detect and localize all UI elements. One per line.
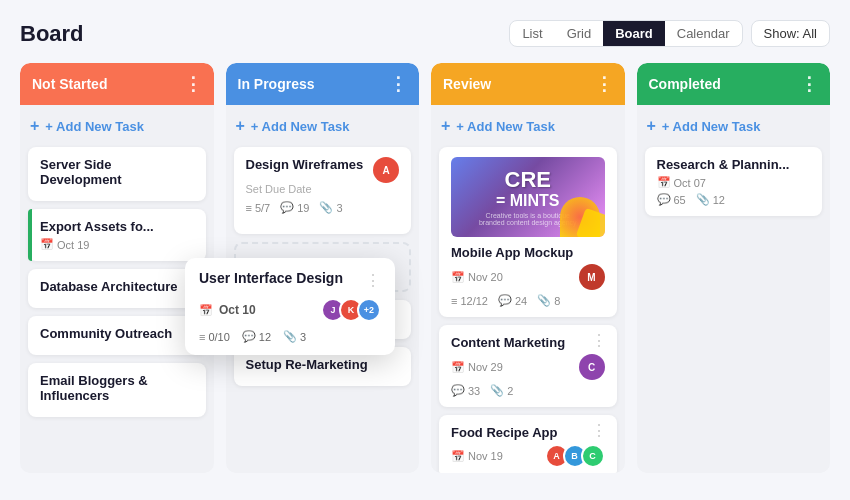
task-title: Food Recipe App	[451, 425, 605, 440]
calendar-icon: 📅	[657, 176, 671, 189]
avatar-more: +2	[357, 298, 381, 322]
add-task-completed[interactable]: + + Add New Task	[645, 113, 823, 139]
avatar: C	[581, 444, 605, 468]
image-title-line1: Cre	[479, 168, 577, 192]
column-body-review: + + Add New Task Cre = Mints Creative to…	[431, 105, 625, 473]
task-date: 📅 Nov 29	[451, 361, 503, 374]
task-title: Community Outreach	[40, 326, 194, 341]
plus-icon: +	[30, 117, 39, 135]
add-task-review[interactable]: + + Add New Task	[439, 113, 617, 139]
column-completed: Completed ⋮ + + Add New Task Research & …	[637, 63, 831, 473]
floating-tasks: ≡ 0/10	[199, 331, 230, 343]
avatar: M	[579, 264, 605, 290]
column-title-not-started: Not Started	[32, 76, 107, 92]
column-menu-completed[interactable]: ⋮	[800, 73, 818, 95]
attachment-icon: 📎	[283, 330, 297, 343]
task-tasks: ≡ 5/7	[246, 202, 271, 214]
task-attachments: 📎 8	[537, 294, 560, 307]
task-title: Setup Re-Marketing	[246, 357, 400, 372]
page-header: Board List Grid Board Calendar Show: All	[20, 20, 830, 47]
column-body-completed: + + Add New Task Research & Plannin... 📅…	[637, 105, 831, 473]
column-menu-in-progress[interactable]: ⋮	[389, 73, 407, 95]
task-attachments: 📎 12	[696, 193, 725, 206]
task-card[interactable]: Community Outreach	[28, 316, 206, 355]
task-subtitle: Set Due Date	[246, 183, 400, 195]
plus-icon: +	[236, 117, 245, 135]
column-review: Review ⋮ + + Add New Task Cre = Mints Cr…	[431, 63, 625, 473]
tab-grid[interactable]: Grid	[555, 21, 604, 46]
floating-card-ui-design[interactable]: User Interface Design ⋮ 📅 Oct 10 J K +2 …	[185, 258, 395, 355]
calendar-icon: 📅	[40, 238, 54, 251]
task-comments: 💬 19	[280, 201, 309, 214]
header-controls: List Grid Board Calendar Show: All	[509, 20, 830, 47]
task-card[interactable]: Database Architecture	[28, 269, 206, 308]
calendar-icon: 📅	[199, 304, 213, 317]
avatar-group: A B C	[545, 444, 605, 468]
task-tasks: ≡ 12/12	[451, 295, 488, 307]
add-task-not-started[interactable]: + + Add New Task	[28, 113, 206, 139]
task-date: 📅 Nov 20	[451, 271, 503, 284]
card-menu-icon[interactable]: ⋮	[591, 333, 607, 349]
task-date: 📅 Oct 19	[40, 238, 89, 251]
task-comments: 💬 33	[451, 384, 480, 397]
task-date: 📅 Oct 07	[657, 176, 706, 189]
task-title: Mobile App Mockup	[451, 245, 605, 260]
comments-icon: 💬	[242, 330, 256, 343]
task-title: Email Bloggers & Influencers	[40, 373, 194, 403]
task-date: 📅 Nov 19	[451, 450, 503, 463]
floating-card-menu-icon[interactable]: ⋮	[365, 271, 381, 290]
tab-calendar[interactable]: Calendar	[665, 21, 742, 46]
tab-board[interactable]: Board	[603, 21, 665, 46]
task-card[interactable]: Export Assets fo... 📅 Oct 19	[28, 209, 206, 261]
task-card[interactable]: Server Side Development	[28, 147, 206, 201]
board: Not Started ⋮ + + Add New Task Server Si…	[20, 63, 830, 473]
column-menu-not-started[interactable]: ⋮	[184, 73, 202, 95]
calendar-icon: 📅	[451, 361, 465, 374]
card-bar	[28, 209, 32, 261]
avatar: A	[373, 157, 399, 183]
task-attachments: 📎 3	[319, 201, 342, 214]
task-card-research[interactable]: Research & Plannin... 📅 Oct 07 💬 65 📎 12	[645, 147, 823, 216]
placeholder	[246, 214, 400, 224]
tasks-icon: ≡	[199, 331, 205, 343]
plus-icon: +	[441, 117, 450, 135]
task-card-food-recipe[interactable]: ⋮ Food Recipe App 📅 Nov 19 A B C	[439, 415, 617, 473]
column-title-completed: Completed	[649, 76, 721, 92]
task-title: Research & Plannin...	[657, 157, 811, 172]
column-title-review: Review	[443, 76, 491, 92]
task-title: Design Wireframes	[246, 157, 364, 172]
floating-attachments: 📎 3	[283, 330, 306, 343]
task-title: Export Assets fo...	[40, 219, 194, 234]
task-card[interactable]: Email Bloggers & Influencers	[28, 363, 206, 417]
calendar-icon: 📅	[451, 271, 465, 284]
avatar: C	[579, 354, 605, 380]
column-header-review: Review ⋮	[431, 63, 625, 105]
column-header-not-started: Not Started ⋮	[20, 63, 214, 105]
column-header-in-progress: In Progress ⋮	[226, 63, 420, 105]
page-title: Board	[20, 21, 84, 47]
task-card-mobile-app[interactable]: Cre = Mints Creative tools is a boutique…	[439, 147, 617, 317]
add-task-in-progress[interactable]: + + Add New Task	[234, 113, 412, 139]
task-comments: 💬 65	[657, 193, 686, 206]
column-header-completed: Completed ⋮	[637, 63, 831, 105]
task-title: Server Side Development	[40, 157, 194, 187]
floating-card-date: 📅 Oct 10	[199, 303, 256, 317]
task-attachments: 📎 2	[490, 384, 513, 397]
task-comments: 💬 24	[498, 294, 527, 307]
column-title-in-progress: In Progress	[238, 76, 315, 92]
show-filter-button[interactable]: Show: All	[751, 20, 830, 47]
tab-list[interactable]: List	[510, 21, 554, 46]
task-image: Cre = Mints Creative tools is a boutique…	[451, 157, 605, 237]
card-menu-icon[interactable]: ⋮	[591, 423, 607, 439]
avatar-group: J K +2	[321, 298, 381, 322]
task-card-design-wireframes[interactable]: Design Wireframes A Set Due Date ≡ 5/7 💬…	[234, 147, 412, 234]
floating-card-title: User Interface Design	[199, 270, 343, 286]
task-title: Content Marketing	[451, 335, 605, 350]
task-card-content-marketing[interactable]: ⋮ Content Marketing 📅 Nov 29 C 💬 33 📎 2	[439, 325, 617, 407]
view-tabs: List Grid Board Calendar	[509, 20, 742, 47]
plus-icon: +	[647, 117, 656, 135]
calendar-icon: 📅	[451, 450, 465, 463]
task-title: Database Architecture	[40, 279, 194, 294]
column-menu-review[interactable]: ⋮	[595, 73, 613, 95]
floating-comments: 💬 12	[242, 330, 271, 343]
